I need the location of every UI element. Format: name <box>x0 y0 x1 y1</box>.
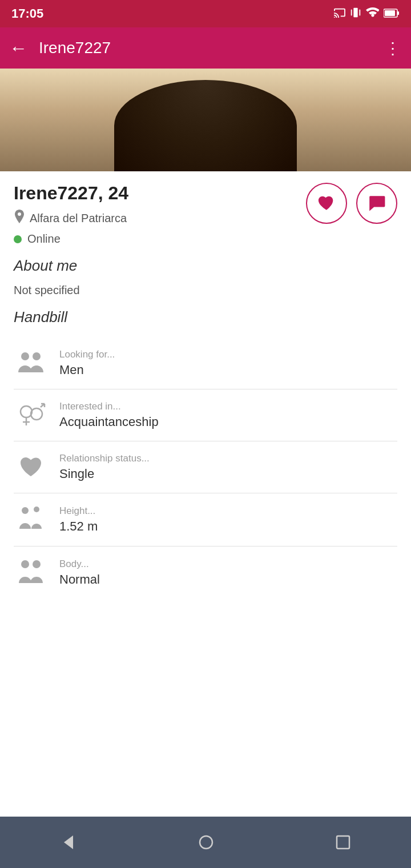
interested-in-icon <box>14 403 48 428</box>
svg-rect-1 <box>351 9 352 15</box>
relationship-text: Relationship status... Single <box>59 453 397 481</box>
interested-in-value: Acquaintanceship <box>59 415 397 429</box>
about-title: About me <box>14 257 397 275</box>
handbill-title: Handbill <box>14 308 397 326</box>
handbill-section: Handbill Looking for... Men <box>14 308 397 599</box>
interested-in-label: Interested in... <box>59 401 397 412</box>
looking-for-value: Men <box>59 363 397 377</box>
bottom-navigation <box>0 817 411 868</box>
relationship-row: Relationship status... Single <box>14 441 397 493</box>
profile-online-status: Online <box>14 232 306 246</box>
svg-rect-0 <box>353 7 357 17</box>
interested-in-text: Interested in... Acquaintanceship <box>59 401 397 429</box>
looking-for-label: Looking for... <box>59 349 397 360</box>
about-section: About me Not specified <box>14 257 397 297</box>
looking-for-text: Looking for... Men <box>59 349 397 377</box>
svg-point-7 <box>33 352 41 360</box>
cast-icon <box>333 7 346 21</box>
relationship-value: Single <box>59 467 397 481</box>
nav-back-button[interactable] <box>61 834 76 850</box>
profile-info: Irene7227, 24 Alfara del Patriarca Onlin… <box>14 183 306 246</box>
vibrate-icon <box>350 6 361 22</box>
svg-point-6 <box>21 352 29 360</box>
status-time: 17:05 <box>11 6 43 21</box>
relationship-label: Relationship status... <box>59 453 397 464</box>
svg-point-11 <box>31 408 42 420</box>
height-text: Height... 1.52 m <box>59 505 397 534</box>
profile-name: Irene7227, 24 <box>14 183 306 204</box>
profile-photo <box>0 69 411 171</box>
svg-point-20 <box>200 836 212 849</box>
height-row: Height... 1.52 m <box>14 493 397 546</box>
like-button[interactable] <box>306 183 347 224</box>
about-text: Not specified <box>14 284 397 297</box>
height-label: Height... <box>59 505 397 517</box>
more-options-button[interactable]: ⋮ <box>385 39 402 58</box>
location-text: Alfara del Patriarca <box>30 212 127 225</box>
svg-point-8 <box>21 406 32 417</box>
online-text: Online <box>27 232 61 246</box>
svg-rect-2 <box>359 9 360 15</box>
status-bar: 17:05 <box>0 0 411 27</box>
svg-marker-19 <box>64 835 73 849</box>
status-icons <box>333 6 400 22</box>
relationship-icon <box>14 455 48 480</box>
svg-rect-21 <box>337 836 349 849</box>
height-value: 1.52 m <box>59 519 397 534</box>
app-bar: ← Irene7227 ⋮ <box>0 27 411 69</box>
nav-home-button[interactable] <box>198 834 214 850</box>
profile-location: Alfara del Patriarca <box>14 210 306 227</box>
body-icon <box>14 558 48 588</box>
profile-content: Irene7227, 24 Alfara del Patriarca Onlin… <box>0 171 411 817</box>
body-text: Body... Normal <box>59 558 397 587</box>
back-button[interactable]: ← <box>9 38 27 59</box>
online-indicator <box>14 235 22 243</box>
body-value: Normal <box>59 572 397 587</box>
profile-photo-content <box>114 80 297 171</box>
interested-in-row: Interested in... Acquaintanceship <box>14 389 397 441</box>
message-button[interactable] <box>356 183 397 224</box>
body-label: Body... <box>59 558 397 570</box>
svg-point-15 <box>22 507 29 514</box>
height-icon <box>14 505 48 535</box>
svg-point-18 <box>33 560 41 568</box>
wifi-icon <box>365 6 379 21</box>
battery-icon <box>384 6 400 21</box>
info-rows: Looking for... Men <box>14 337 397 599</box>
app-bar-title: Irene7227 <box>39 39 385 57</box>
looking-for-row: Looking for... Men <box>14 337 397 389</box>
body-row: Body... Normal <box>14 546 397 599</box>
location-icon <box>14 210 25 227</box>
svg-point-16 <box>34 507 39 512</box>
svg-rect-4 <box>397 11 399 15</box>
svg-rect-5 <box>385 10 395 16</box>
svg-point-17 <box>21 560 29 568</box>
action-buttons <box>306 183 397 224</box>
looking-for-icon <box>14 351 48 376</box>
nav-recent-button[interactable] <box>336 835 350 850</box>
profile-header: Irene7227, 24 Alfara del Patriarca Onlin… <box>14 183 397 246</box>
